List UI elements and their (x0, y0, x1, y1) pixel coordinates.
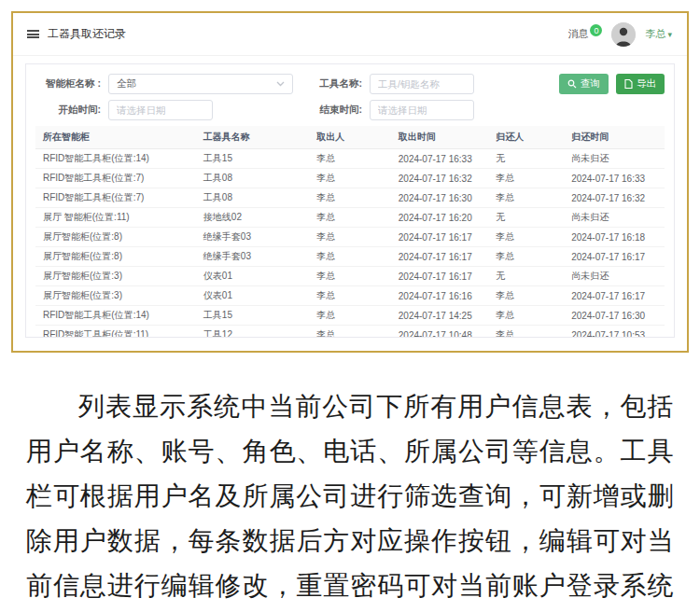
page-title: 工器具取还记录 (48, 26, 126, 42)
cabinet-select-value: 全部 (117, 77, 136, 90)
tool-name-label: 工具名称: (312, 77, 370, 90)
messages-count-badge: 0 (590, 24, 602, 36)
user-name: 李总 (645, 27, 665, 41)
table-row: RFID智能工具柜(位置:14)工具15李总2024-07-17 16:33无尚… (35, 149, 665, 169)
table-row: 展厅智能柜(位置:3)仪表01李总2024-07-17 16:16李总2024-… (35, 286, 665, 306)
app-header: 工器具取还记录 消息 0 李总 ▾ (13, 13, 687, 56)
query-button[interactable]: 查询 (559, 74, 609, 94)
messages-label: 消息 (567, 27, 588, 41)
table-row: 展厅智能柜(位置:3)仪表01李总2024-07-17 16:17无尚未归还 (35, 267, 665, 286)
table-row: RFID智能工具柜(位置:7)工具08李总2024-07-17 16:30李总2… (35, 188, 665, 208)
description-section: 列表显示系统中当前公司下所有用户信息表，包括用户名称、账号、角色、电话、所属公司… (26, 384, 674, 612)
description-text: 列表显示系统中当前公司下所有用户信息表，包括用户名称、账号、角色、电话、所属公司… (26, 384, 674, 612)
chevron-down-icon: ▾ (667, 30, 672, 39)
cabinet-name-label: 智能柜名称 : (35, 77, 108, 90)
column-header: 工器具名称 (196, 126, 309, 149)
table-row: RFID智能工具柜(位置:11)工具12李总2024-07-17 10:48李总… (35, 326, 665, 339)
search-icon (567, 79, 577, 89)
column-header: 取出时间 (391, 126, 488, 149)
end-time-label: 结束时间: (312, 104, 370, 117)
start-time-label: 开始时间: (35, 104, 108, 117)
screenshot-frame: 工器具取还记录 消息 0 李总 ▾ 智能柜名称 : (11, 11, 689, 353)
menu-icon[interactable] (27, 30, 39, 38)
export-button[interactable]: 导出 (616, 74, 665, 94)
table-header-row: 所在智能柜 工器具名称 取出人 取出时间 归还人 归还时间 (35, 126, 665, 149)
table-row: 展厅 智能柜(位置:11)接地线02李总2024-07-17 16:20无尚未归… (35, 208, 665, 228)
table-row: 展厅智能柜(位置:8)绝缘手套03李总2024-07-17 16:17李总202… (35, 247, 665, 267)
tool-name-input[interactable] (370, 74, 474, 94)
column-header: 所在智能柜 (35, 126, 196, 149)
avatar[interactable] (611, 22, 636, 47)
start-date-input[interactable] (108, 100, 213, 120)
content-panel: 智能柜名称 : 全部 工具名称: 查询 (25, 63, 675, 338)
column-header: 归还人 (488, 126, 564, 149)
records-table: 所在智能柜 工器具名称 取出人 取出时间 归还人 归还时间 RFID智能工具柜(… (35, 126, 665, 338)
messages-link[interactable]: 消息 0 (567, 27, 602, 41)
column-header: 归还时间 (564, 126, 665, 149)
chevron-down-icon (276, 81, 285, 87)
person-icon (611, 22, 636, 47)
column-header: 取出人 (309, 126, 391, 149)
end-date-input[interactable] (370, 100, 474, 120)
export-file-icon (624, 79, 633, 89)
user-menu[interactable]: 李总 ▾ (645, 27, 672, 41)
table-row: RFID智能工具柜(位置:7)工具08李总2024-07-17 16:32李总2… (35, 169, 665, 188)
cabinet-select[interactable]: 全部 (108, 74, 293, 94)
table-row: RFID智能工具柜(位置:14)工具15李总2024-07-17 14:25李总… (35, 306, 665, 326)
table-row: 展厅智能柜(位置:8)绝缘手套03李总2024-07-17 16:17李总202… (35, 228, 665, 247)
